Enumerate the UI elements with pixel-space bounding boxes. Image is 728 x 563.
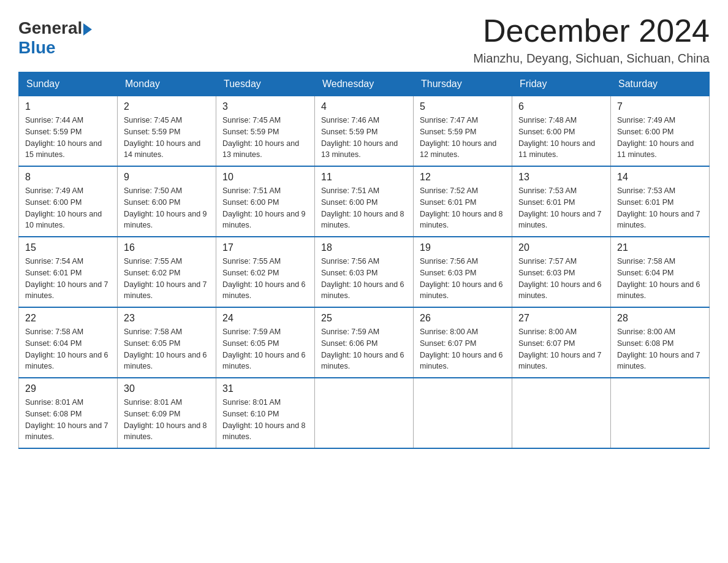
day-number: 21 xyxy=(617,242,703,253)
day-number: 27 xyxy=(518,313,604,324)
calendar-cell: 11Sunrise: 7:51 AMSunset: 6:00 PMDayligh… xyxy=(315,166,414,237)
logo-general-text: General xyxy=(18,18,82,38)
calendar-cell: 20Sunrise: 7:57 AMSunset: 6:03 PMDayligh… xyxy=(512,237,611,307)
day-number: 28 xyxy=(617,313,703,324)
weekday-header-wednesday: Wednesday xyxy=(315,72,414,96)
calendar-cell: 23Sunrise: 7:58 AMSunset: 6:05 PMDayligh… xyxy=(118,307,216,378)
calendar-week-row: 8Sunrise: 7:49 AMSunset: 6:00 PMDaylight… xyxy=(19,166,710,237)
day-number: 11 xyxy=(321,172,407,183)
day-info: Sunrise: 7:50 AMSunset: 6:00 PMDaylight:… xyxy=(124,185,210,231)
day-number: 24 xyxy=(222,313,308,324)
calendar-cell: 2Sunrise: 7:45 AMSunset: 5:59 PMDaylight… xyxy=(118,96,216,167)
calendar-cell: 22Sunrise: 7:58 AMSunset: 6:04 PMDayligh… xyxy=(19,307,118,378)
day-info: Sunrise: 7:59 AMSunset: 6:06 PMDaylight:… xyxy=(321,326,407,372)
day-info: Sunrise: 7:59 AMSunset: 6:05 PMDaylight:… xyxy=(222,326,308,372)
calendar-cell: 3Sunrise: 7:45 AMSunset: 5:59 PMDaylight… xyxy=(216,96,315,167)
calendar-week-row: 22Sunrise: 7:58 AMSunset: 6:04 PMDayligh… xyxy=(19,307,710,378)
calendar-cell: 9Sunrise: 7:50 AMSunset: 6:00 PMDaylight… xyxy=(118,166,216,237)
day-number: 5 xyxy=(420,101,506,112)
calendar-cell: 14Sunrise: 7:53 AMSunset: 6:01 PMDayligh… xyxy=(611,166,710,237)
day-number: 23 xyxy=(124,313,210,324)
calendar-cell: 1Sunrise: 7:44 AMSunset: 5:59 PMDaylight… xyxy=(19,96,118,167)
month-title: December 2024 xyxy=(473,12,710,49)
day-info: Sunrise: 7:45 AMSunset: 5:59 PMDaylight:… xyxy=(222,115,308,161)
day-info: Sunrise: 7:51 AMSunset: 6:00 PMDaylight:… xyxy=(321,185,407,231)
day-info: Sunrise: 8:00 AMSunset: 6:07 PMDaylight:… xyxy=(420,326,506,372)
calendar-cell: 31Sunrise: 8:01 AMSunset: 6:10 PMDayligh… xyxy=(216,378,315,448)
calendar-cell: 10Sunrise: 7:51 AMSunset: 6:00 PMDayligh… xyxy=(216,166,315,237)
logo: General Blue xyxy=(18,18,92,58)
day-info: Sunrise: 7:58 AMSunset: 6:05 PMDaylight:… xyxy=(124,326,210,372)
calendar-cell: 7Sunrise: 7:49 AMSunset: 6:00 PMDaylight… xyxy=(611,96,710,167)
calendar-table: SundayMondayTuesdayWednesdayThursdayFrid… xyxy=(18,72,710,449)
day-info: Sunrise: 7:44 AMSunset: 5:59 PMDaylight:… xyxy=(25,115,111,161)
calendar-cell: 5Sunrise: 7:47 AMSunset: 5:59 PMDaylight… xyxy=(414,96,512,167)
day-number: 26 xyxy=(420,313,506,324)
day-info: Sunrise: 8:01 AMSunset: 6:09 PMDaylight:… xyxy=(124,397,210,443)
weekday-header-thursday: Thursday xyxy=(414,72,512,96)
calendar-cell xyxy=(414,378,512,448)
day-number: 18 xyxy=(321,242,407,253)
day-number: 30 xyxy=(124,383,210,394)
weekday-header-sunday: Sunday xyxy=(19,72,118,96)
day-number: 25 xyxy=(321,313,407,324)
day-number: 16 xyxy=(124,242,210,253)
day-info: Sunrise: 7:47 AMSunset: 5:59 PMDaylight:… xyxy=(420,115,506,161)
calendar-cell: 19Sunrise: 7:56 AMSunset: 6:03 PMDayligh… xyxy=(414,237,512,307)
logo-blue-text: Blue xyxy=(18,38,56,58)
weekday-header-saturday: Saturday xyxy=(611,72,710,96)
day-info: Sunrise: 7:58 AMSunset: 6:04 PMDaylight:… xyxy=(617,256,703,302)
calendar-header-row: SundayMondayTuesdayWednesdayThursdayFrid… xyxy=(19,72,710,96)
calendar-cell xyxy=(611,378,710,448)
calendar-cell: 4Sunrise: 7:46 AMSunset: 5:59 PMDaylight… xyxy=(315,96,414,167)
day-info: Sunrise: 7:53 AMSunset: 6:01 PMDaylight:… xyxy=(617,185,703,231)
calendar-cell: 26Sunrise: 8:00 AMSunset: 6:07 PMDayligh… xyxy=(414,307,512,378)
day-info: Sunrise: 8:00 AMSunset: 6:07 PMDaylight:… xyxy=(518,326,604,372)
calendar-cell xyxy=(512,378,611,448)
calendar-week-row: 1Sunrise: 7:44 AMSunset: 5:59 PMDaylight… xyxy=(19,96,710,167)
logo-arrow-icon xyxy=(83,23,92,36)
day-number: 29 xyxy=(25,383,111,394)
day-info: Sunrise: 7:55 AMSunset: 6:02 PMDaylight:… xyxy=(222,256,308,302)
day-info: Sunrise: 7:57 AMSunset: 6:03 PMDaylight:… xyxy=(518,256,604,302)
day-number: 8 xyxy=(25,172,111,183)
day-info: Sunrise: 7:53 AMSunset: 6:01 PMDaylight:… xyxy=(518,185,604,231)
day-number: 4 xyxy=(321,101,407,112)
page-header: General Blue December 2024 Mianzhu, Deya… xyxy=(18,12,710,66)
weekday-header-tuesday: Tuesday xyxy=(216,72,315,96)
day-info: Sunrise: 7:51 AMSunset: 6:00 PMDaylight:… xyxy=(222,185,308,231)
calendar-cell xyxy=(315,378,414,448)
calendar-week-row: 15Sunrise: 7:54 AMSunset: 6:01 PMDayligh… xyxy=(19,237,710,307)
calendar-cell: 25Sunrise: 7:59 AMSunset: 6:06 PMDayligh… xyxy=(315,307,414,378)
weekday-header-friday: Friday xyxy=(512,72,611,96)
day-number: 7 xyxy=(617,101,703,112)
day-number: 9 xyxy=(124,172,210,183)
weekday-header-monday: Monday xyxy=(118,72,216,96)
day-info: Sunrise: 7:45 AMSunset: 5:59 PMDaylight:… xyxy=(124,115,210,161)
day-number: 20 xyxy=(518,242,604,253)
day-number: 10 xyxy=(222,172,308,183)
calendar-cell: 16Sunrise: 7:55 AMSunset: 6:02 PMDayligh… xyxy=(118,237,216,307)
day-number: 19 xyxy=(420,242,506,253)
day-info: Sunrise: 7:48 AMSunset: 6:00 PMDaylight:… xyxy=(518,115,604,161)
calendar-cell: 6Sunrise: 7:48 AMSunset: 6:00 PMDaylight… xyxy=(512,96,611,167)
calendar-cell: 18Sunrise: 7:56 AMSunset: 6:03 PMDayligh… xyxy=(315,237,414,307)
day-info: Sunrise: 8:00 AMSunset: 6:08 PMDaylight:… xyxy=(617,326,703,372)
day-number: 13 xyxy=(518,172,604,183)
day-number: 6 xyxy=(518,101,604,112)
calendar-cell: 17Sunrise: 7:55 AMSunset: 6:02 PMDayligh… xyxy=(216,237,315,307)
day-info: Sunrise: 7:52 AMSunset: 6:01 PMDaylight:… xyxy=(420,185,506,231)
day-number: 17 xyxy=(222,242,308,253)
calendar-cell: 27Sunrise: 8:00 AMSunset: 6:07 PMDayligh… xyxy=(512,307,611,378)
calendar-cell: 21Sunrise: 7:58 AMSunset: 6:04 PMDayligh… xyxy=(611,237,710,307)
calendar-cell: 29Sunrise: 8:01 AMSunset: 6:08 PMDayligh… xyxy=(19,378,118,448)
calendar-cell: 8Sunrise: 7:49 AMSunset: 6:00 PMDaylight… xyxy=(19,166,118,237)
title-area: December 2024 Mianzhu, Deyang, Sichuan, … xyxy=(473,12,710,66)
day-number: 14 xyxy=(617,172,703,183)
calendar-week-row: 29Sunrise: 8:01 AMSunset: 6:08 PMDayligh… xyxy=(19,378,710,448)
day-number: 12 xyxy=(420,172,506,183)
day-number: 1 xyxy=(25,101,111,112)
day-info: Sunrise: 7:58 AMSunset: 6:04 PMDaylight:… xyxy=(25,326,111,372)
day-number: 2 xyxy=(124,101,210,112)
day-info: Sunrise: 8:01 AMSunset: 6:10 PMDaylight:… xyxy=(222,397,308,443)
